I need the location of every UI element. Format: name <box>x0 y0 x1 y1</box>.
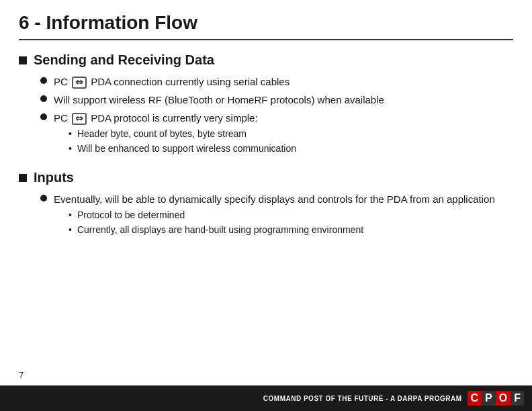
list-item: PC ⇔ PDA protocol is currently very simp… <box>40 111 513 156</box>
bullet-dot <box>40 195 47 201</box>
section-inputs: Inputs Eventually, will be able to dynam… <box>19 170 513 242</box>
section2-sub-bullet-list: Protocol to be determined Currently, all… <box>69 209 513 236</box>
sub-bullet4-text: Currently, all displays are hand-built u… <box>77 224 363 237</box>
bullet1-text: PC ⇔ PDA connection currently using seri… <box>54 75 513 89</box>
footer: COMMAND POST OF THE FUTURE - A DARPA PRO… <box>0 385 532 411</box>
cpof-p: P <box>482 391 496 406</box>
list-item: Will be enhanced to support wireless com… <box>69 142 513 156</box>
list-item: Will support wireless RF (BlueTooth or H… <box>40 93 513 107</box>
sub-bullet3-text: Protocol to be determined <box>77 209 185 222</box>
cpof-c: C <box>468 391 482 406</box>
bullet4-text: Eventually, will be able to dynamically … <box>54 192 513 238</box>
list-item: PC ⇔ PDA connection currently using seri… <box>40 75 513 89</box>
bullet-dot <box>40 77 47 84</box>
slide: 6 - Information Flow Sending and Receivi… <box>0 0 532 411</box>
list-item: Currently, all displays are hand-built u… <box>69 224 513 237</box>
section1-sub-bullet-list: Header byte, count of bytes, byte stream… <box>69 128 513 155</box>
bullet-dot <box>40 113 47 120</box>
section1-bullet-list: PC ⇔ PDA connection currently using seri… <box>40 75 513 156</box>
footer-text: COMMAND POST OF THE FUTURE - A DARPA PRO… <box>263 395 462 402</box>
cpof-f: F <box>511 391 524 406</box>
bullet2-text: Will support wireless RF (BlueTooth or H… <box>54 93 513 107</box>
section1-bullet-square <box>19 56 27 64</box>
section1-heading-text: Sending and Receiving Data <box>34 52 214 68</box>
list-item: Protocol to be determined <box>69 209 513 222</box>
slide-title: 6 - Information Flow <box>19 12 513 40</box>
cpof-o: O <box>496 391 511 406</box>
section2-bullet-square <box>19 174 27 182</box>
list-item: Header byte, count of bytes, byte stream <box>69 128 513 141</box>
cpof-logo: C P O F <box>468 391 524 406</box>
sub-bullet2-text: Will be enhanced to support wireless com… <box>77 142 296 156</box>
page-number: 7 <box>19 370 24 380</box>
list-item: Eventually, will be able to dynamically … <box>40 192 513 238</box>
bullet3-text: PC ⇔ PDA protocol is currently very simp… <box>54 111 513 156</box>
section2-heading: Inputs <box>19 170 513 185</box>
sub-bullet1-text: Header byte, count of bytes, byte stream <box>77 128 247 141</box>
arrow-icon: ⇔ <box>72 113 87 125</box>
section2-bullet-list: Eventually, will be able to dynamically … <box>40 192 513 238</box>
bullet-dot <box>40 95 47 102</box>
section1-heading: Sending and Receiving Data <box>19 52 513 68</box>
arrow-icon: ⇔ <box>72 77 87 89</box>
section-sending-receiving: Sending and Receiving Data PC ⇔ PDA conn… <box>19 52 513 161</box>
section2-heading-text: Inputs <box>34 170 74 185</box>
